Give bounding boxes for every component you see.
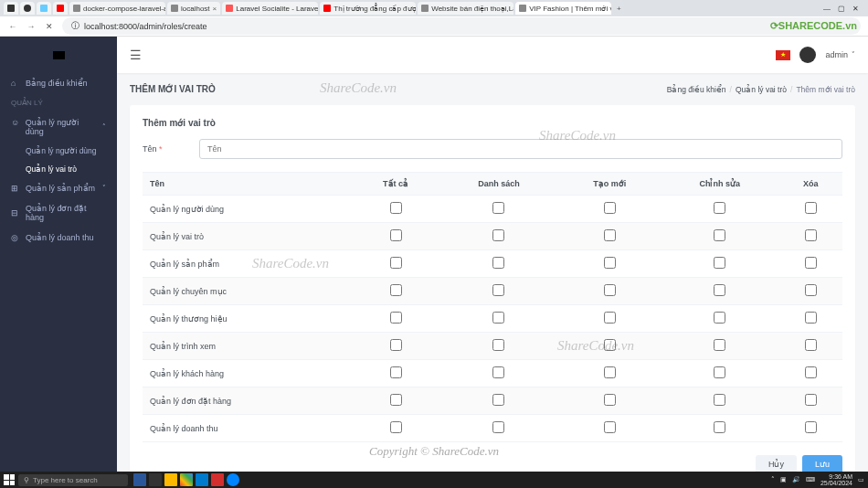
browser-tab[interactable]	[20, 2, 35, 15]
permission-checkbox[interactable]	[805, 394, 817, 406]
permission-checkbox[interactable]	[714, 202, 725, 214]
taskbar-app-icon[interactable]	[227, 473, 239, 486]
tray-chevron-icon[interactable]: ˄	[771, 476, 775, 483]
url-input[interactable]: ⓘ localhost:8000/admin/roles/create	[62, 17, 861, 35]
taskbar-search[interactable]: ⚲ Type here to search	[18, 474, 128, 486]
window-minimize[interactable]: —	[823, 5, 831, 13]
permission-checkbox[interactable]	[714, 366, 725, 378]
taskbar-chrome-icon[interactable]	[180, 473, 193, 486]
sidebar-item-products[interactable]: ⊞Quản lý sản phẩm ˅	[0, 178, 117, 198]
tray-network-icon[interactable]: ▣	[780, 476, 787, 483]
permission-checkbox[interactable]	[805, 312, 817, 324]
tray-volume-icon[interactable]: 🔊	[792, 476, 800, 483]
name-input[interactable]	[199, 139, 842, 159]
permission-checkbox[interactable]	[492, 229, 504, 241]
taskbar-app-icon[interactable]	[149, 473, 162, 486]
table-row: Quản lý trình xem	[143, 333, 842, 360]
permission-checkbox[interactable]	[604, 257, 616, 269]
sidebar-item-revenue[interactable]: ◎ Quản lý doanh thu	[0, 228, 117, 248]
browser-tab[interactable]: docker-compose-laravel-alpin×	[69, 2, 165, 15]
permission-checkbox[interactable]	[714, 257, 725, 269]
sidebar-sub-roles[interactable]: Quản lý vai trò	[0, 160, 117, 178]
hamburger-icon[interactable]: ☰	[130, 48, 142, 62]
permission-checkbox[interactable]	[604, 366, 616, 378]
sidebar-logo[interactable]	[0, 37, 117, 73]
save-button[interactable]: Lưu	[802, 455, 842, 473]
permission-checkbox[interactable]	[390, 394, 402, 406]
avatar[interactable]	[799, 47, 816, 63]
browser-tab[interactable]: Website bán điện thoại,Laptop×	[418, 2, 513, 15]
chevron-up-icon: ˄	[102, 123, 106, 131]
permission-checkbox[interactable]	[805, 202, 817, 214]
permission-checkbox[interactable]	[492, 312, 504, 324]
permission-checkbox[interactable]	[604, 394, 616, 406]
tray-notifications-icon[interactable]: ▭	[858, 476, 864, 483]
permission-checkbox[interactable]	[492, 394, 504, 406]
permission-checkbox[interactable]	[714, 312, 725, 324]
permission-checkbox[interactable]	[390, 421, 402, 433]
taskbar-app-icon[interactable]	[133, 473, 146, 486]
permission-checkbox[interactable]	[714, 339, 725, 351]
permission-checkbox[interactable]	[604, 229, 616, 241]
user-dropdown[interactable]: admin ˅	[825, 50, 855, 59]
start-button[interactable]	[4, 474, 15, 485]
sidebar-item-users[interactable]: ☺Quản lý người dùng ˄	[0, 112, 117, 142]
sidebar-dashboard[interactable]: ⌂ Bảng điều khiển	[0, 73, 117, 93]
permission-checkbox[interactable]	[805, 229, 817, 241]
permission-checkbox[interactable]	[604, 284, 616, 296]
permission-checkbox[interactable]	[390, 229, 402, 241]
permission-checkbox[interactable]	[604, 421, 616, 433]
table-row: Quản lý vai trò	[143, 223, 842, 250]
table-row: Quản lý đơn đặt hàng	[143, 387, 842, 415]
permission-checkbox[interactable]	[492, 339, 504, 351]
browser-tab[interactable]	[53, 2, 68, 15]
permission-checkbox[interactable]	[714, 284, 725, 296]
browser-tab[interactable]: Laravel Socialite - Laravel 11.x×	[222, 2, 318, 15]
browser-tab[interactable]	[37, 2, 51, 15]
permission-checkbox[interactable]	[604, 312, 616, 324]
new-tab-button[interactable]: +	[613, 5, 624, 13]
permission-checkbox[interactable]	[390, 312, 402, 324]
permission-checkbox[interactable]	[492, 284, 504, 296]
permission-checkbox[interactable]	[390, 366, 402, 378]
browser-tab[interactable]	[4, 2, 18, 15]
permission-checkbox[interactable]	[714, 229, 725, 241]
sidebar-item-orders[interactable]: ⊟ Quản lý đơn đặt hàng	[0, 198, 117, 228]
browser-tab[interactable]: localhost×	[167, 2, 220, 15]
permission-checkbox[interactable]	[805, 421, 817, 433]
taskbar-app-icon[interactable]	[211, 473, 224, 486]
tray-lang-icon[interactable]: ⌨	[806, 476, 815, 483]
taskbar-clock[interactable]: 9:36 AM 25/04/2024	[820, 473, 852, 486]
browser-tab-active[interactable]: VIP Fashion | Thêm mới vai trò×	[515, 2, 611, 15]
permission-checkbox[interactable]	[390, 202, 402, 214]
taskbar-explorer-icon[interactable]	[164, 473, 177, 486]
permission-checkbox[interactable]	[492, 421, 504, 433]
permission-checkbox[interactable]	[805, 366, 817, 378]
breadcrumb-link[interactable]: Quản lý vai trò	[736, 85, 787, 94]
permission-checkbox[interactable]	[805, 339, 817, 351]
browser-tab[interactable]: Thị trường đẳng cấp được cá×	[320, 2, 416, 15]
permission-checkbox[interactable]	[492, 257, 504, 269]
sidebar-sub-users[interactable]: Quản lý người dùng	[0, 142, 117, 160]
permission-checkbox[interactable]	[604, 202, 616, 214]
permission-checkbox[interactable]	[805, 257, 817, 269]
permission-checkbox[interactable]	[390, 257, 402, 269]
permission-checkbox[interactable]	[604, 339, 616, 351]
name-label: Tên *	[143, 144, 188, 154]
permission-checkbox[interactable]	[492, 366, 504, 378]
cancel-button[interactable]: Hủy	[756, 455, 797, 473]
flag-vietnam-icon[interactable]	[776, 50, 790, 60]
window-close[interactable]: ✕	[852, 5, 859, 13]
nav-back-icon[interactable]: ←	[7, 22, 18, 31]
window-maximize[interactable]: ▢	[838, 5, 845, 13]
permission-checkbox[interactable]	[714, 394, 725, 406]
nav-stop-icon[interactable]: ✕	[44, 22, 55, 31]
nav-forward-icon[interactable]: →	[26, 22, 37, 31]
permission-checkbox[interactable]	[805, 284, 817, 296]
breadcrumb-link[interactable]: Bảng điều khiển	[667, 85, 726, 94]
permission-checkbox[interactable]	[390, 339, 402, 351]
permission-checkbox[interactable]	[492, 202, 504, 214]
permission-checkbox[interactable]	[714, 421, 725, 433]
permission-checkbox[interactable]	[390, 284, 402, 296]
taskbar-vscode-icon[interactable]	[196, 473, 208, 486]
